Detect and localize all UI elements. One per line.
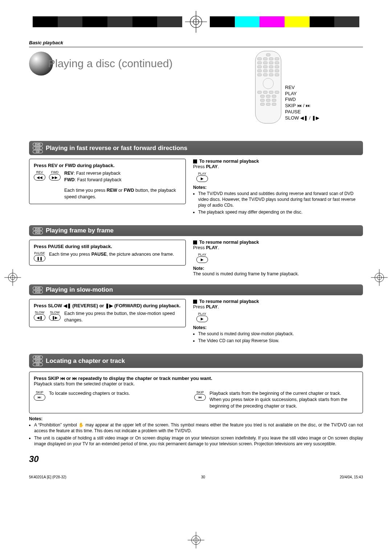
remote-label: FWD: [285, 97, 319, 103]
instruction-heading: Press REV or FWD during playback.: [34, 163, 181, 168]
btn-label: PLAY: [198, 312, 206, 316]
text: Playback starts from the beginning of th…: [209, 390, 356, 410]
text: Each time you press: [64, 188, 107, 193]
section-heading-locate: DVD VCD CD Locating a chapter or track: [29, 354, 363, 368]
text: Press: [193, 245, 206, 250]
manual-page: Basic playback Playing a disc (continued…: [0, 0, 392, 555]
disc-badge: VCD: [33, 231, 43, 234]
note-text: The sound is muted during frame by frame…: [193, 271, 363, 278]
btn-label: SLOW: [35, 311, 45, 314]
section-heading-frame: DVD VCD Playing frame by frame: [29, 225, 363, 236]
resume-heading: To resume normal playback: [199, 240, 259, 245]
crosshair-icon: [371, 269, 388, 286]
instruction-box-slow: Press SLOW ◀❚ (REVERSE) or ❚▶ (FORWARD) …: [29, 299, 186, 327]
disc-badges: DVD VCD CD: [33, 143, 43, 153]
slow-rev-button-diagram: SLOW ◀❚: [34, 311, 45, 321]
text: PLAY: [206, 164, 217, 169]
notes-list: The TV/DVD mutes sound and subtitles dur…: [198, 191, 363, 215]
text: Each time you press the button, the slow…: [64, 311, 175, 323]
crosshair-icon: [4, 269, 21, 286]
instruction-box-fast: Press REV or FWD during playback. REV ◀◀…: [29, 159, 186, 204]
instruction-sub: Playback starts from the selected chapte…: [34, 381, 358, 388]
btn-label: PAUSE: [34, 251, 45, 255]
disc-badge: DVD: [33, 143, 43, 146]
section-heading-fast: DVD VCD CD Playing in fast reverse or fa…: [29, 141, 363, 155]
remote-label: REV: [285, 85, 319, 91]
notes-heading: Notes:: [193, 185, 363, 190]
text: .: [218, 245, 219, 250]
text: REV: [64, 171, 74, 176]
disc-badge: DVD: [33, 356, 43, 359]
text: REW: [107, 188, 117, 193]
text: , the picture advances one frame.: [107, 252, 174, 257]
section-heading-slow: DVD VCD Playing in slow-motion: [29, 284, 363, 295]
crosshair-icon: [188, 532, 204, 548]
bottom-notes-list: A “Prohibition” symbol ✋ may appear at t…: [34, 422, 363, 447]
play-button-diagram: PLAY ▶: [193, 253, 211, 263]
instruction-heading: Press PAUSE during still playback.: [34, 244, 181, 249]
instruction-heading: Press SKIP ⏮ or ⏭ repeatedly to display …: [34, 376, 358, 381]
text: PLAY: [206, 304, 217, 309]
text: .: [218, 164, 219, 169]
resume-heading: To resume normal playback: [199, 159, 259, 164]
note-item: The sound is muted during slow-motion pl…: [198, 331, 363, 337]
disc-badge: DVD: [33, 287, 43, 290]
footer: 5K40201A [E] (P28-32) 30 20/4/04, 15:43: [29, 475, 363, 479]
skip-prev-button-diagram: SKIP ⏮: [194, 390, 206, 410]
text: PLAY: [206, 245, 217, 250]
text: Press: [193, 304, 206, 309]
fwd-button-diagram: FWD ▶▶: [49, 170, 61, 181]
disc-badge: DVD: [33, 227, 43, 231]
instruction-box-locate: Press SKIP ⏮ or ⏭ repeatedly to display …: [29, 372, 363, 413]
instruction-heading: Press SLOW ◀❚ (REVERSE) or ❚▶ (FORWARD) …: [34, 303, 181, 308]
note-item: A “Prohibition” symbol ✋ may appear at t…: [34, 422, 363, 434]
section-title: Playing frame by frame: [46, 227, 114, 234]
disc-badge: VCD: [33, 290, 43, 293]
disc-badge: VCD: [33, 359, 43, 362]
remote-diagram: REV PLAY FWD SKIP ⏮ / ⏭ PAUSE SLOW ◀❚ / …: [255, 51, 319, 123]
btn-label: SLOW: [50, 311, 60, 314]
section-title: Playing in slow-motion: [46, 286, 113, 293]
footer-right: 20/4/04, 15:43: [340, 475, 363, 479]
page-number: 30: [29, 454, 363, 464]
bottom-notes-heading: Notes:: [29, 416, 363, 421]
rev-button-diagram: REV ◀◀: [34, 170, 45, 181]
text: FWD: [124, 188, 134, 193]
text: To locate succeeding chapters or tracks.: [49, 390, 180, 410]
notes-heading: Notes:: [193, 325, 363, 330]
disc-badge: VCD: [33, 146, 43, 150]
crosshair-icon: [185, 11, 207, 33]
note-item: The Video CD can not play Reverse Slow.: [198, 338, 363, 344]
header-divider: [29, 47, 363, 47]
note-item: The TV/DVD mutes sound and subtitles dur…: [198, 191, 363, 208]
text: Press: [193, 164, 206, 169]
remote-label: SKIP ⏮ / ⏭: [285, 103, 319, 109]
notes-list: The sound is muted during slow-motion pl…: [198, 331, 363, 344]
disc-badge: CD: [33, 150, 43, 153]
text: FWD: [64, 177, 74, 182]
skip-next-button-diagram: SKIP ⏭: [34, 390, 45, 410]
text: .: [218, 304, 219, 309]
section-title: Locating a chapter or track: [46, 357, 125, 365]
btn-label: FWD: [51, 170, 59, 174]
note-item: The playback speed may differ depending …: [198, 209, 363, 215]
section-title: Playing in fast reverse or fast forward …: [46, 145, 187, 152]
disc-badge: CD: [33, 363, 43, 366]
remote-label: PLAY: [285, 91, 319, 97]
remote-label: PAUSE: [285, 109, 319, 115]
remote-label: SLOW ◀❚ / ❚▶: [285, 115, 319, 121]
instruction-box-frame: Press PAUSE during still playback. PAUSE…: [29, 240, 186, 266]
note-item: The unit is capable of holding a still v…: [34, 435, 363, 447]
btn-label: PLAY: [198, 253, 206, 256]
text: PAUSE: [91, 252, 107, 257]
remote-outline: [255, 51, 281, 123]
disc-badges: DVD VCD: [33, 287, 43, 293]
text: : Fast reverse playback: [74, 171, 121, 176]
slow-fwd-button-diagram: SLOW ❚▶: [49, 311, 61, 321]
btn-label: SKIP: [36, 390, 44, 394]
text: Each time you press: [49, 252, 91, 257]
square-bullet-icon: [193, 240, 197, 244]
footer-left: 5K40201A [E] (P28-32): [29, 475, 66, 479]
header-category: Basic playback: [29, 40, 363, 45]
disc-badges: DVD VCD CD: [33, 356, 43, 366]
